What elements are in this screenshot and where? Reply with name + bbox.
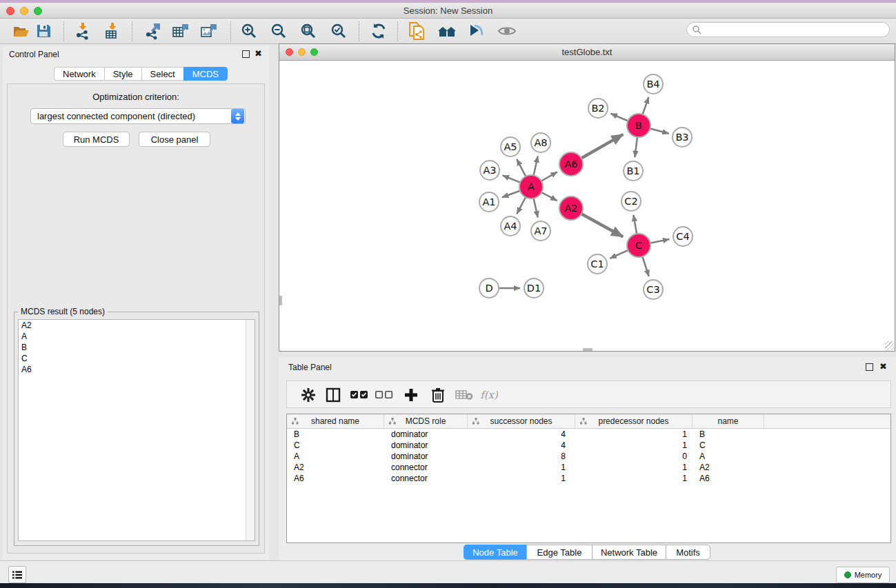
save-session-icon[interactable] — [34, 21, 53, 41]
graph-node-C2[interactable]: C2 — [621, 192, 641, 211]
table-cell[interactable]: C — [693, 440, 764, 451]
zoom-in-icon[interactable] — [239, 21, 259, 41]
graph-node-A1[interactable]: A1 — [479, 192, 499, 212]
zoom-out-icon[interactable] — [269, 21, 288, 41]
table-cell[interactable]: B — [693, 429, 764, 440]
graph-node-D[interactable]: D — [479, 278, 499, 298]
close-panel-button[interactable]: Close panel — [139, 132, 210, 147]
table-row[interactable]: A2connector11A2 — [287, 462, 890, 473]
table-cell[interactable]: 1 — [575, 440, 693, 451]
table-cell[interactable]: C — [287, 440, 384, 451]
graph-node-A3[interactable]: A3 — [480, 161, 499, 180]
graph-node-D1[interactable]: D1 — [524, 278, 544, 298]
column-header-shared-name[interactable]: shared name — [287, 414, 384, 428]
tab-network-table[interactable]: Network Table — [592, 545, 666, 560]
result-item[interactable]: B — [19, 342, 255, 353]
search-input[interactable] — [701, 23, 889, 36]
graph-node-B2[interactable]: B2 — [588, 99, 608, 118]
import-table-icon[interactable] — [103, 21, 122, 41]
tab-network[interactable]: Network — [54, 67, 104, 81]
graph-node-A7[interactable]: A7 — [531, 221, 550, 241]
select-all-icon[interactable] — [350, 385, 369, 405]
run-mcds-button[interactable]: Run MCDS — [63, 132, 130, 147]
tab-edge-table[interactable]: Edge Table — [526, 545, 592, 560]
delete-table-icon[interactable] — [455, 385, 474, 405]
table-cell[interactable]: A — [287, 451, 384, 462]
close-panel-icon[interactable]: ✖ — [255, 48, 262, 59]
result-item[interactable]: A2 — [19, 320, 255, 331]
search-box[interactable] — [686, 22, 890, 37]
open-session-icon[interactable] — [12, 21, 31, 41]
graph-node-C1[interactable]: C1 — [588, 254, 607, 274]
graph-node-B4[interactable]: B4 — [644, 74, 663, 94]
result-item[interactable]: A6 — [19, 364, 255, 375]
tab-style[interactable]: Style — [104, 67, 141, 81]
graph-node-A8[interactable]: A8 — [531, 133, 550, 152]
home-icon[interactable] — [437, 21, 457, 41]
table-cell[interactable]: 0 — [575, 451, 693, 462]
table-cell[interactable]: A — [693, 451, 764, 462]
table-cell[interactable]: 1 — [468, 462, 575, 473]
table-cell[interactable]: dominator — [384, 451, 468, 462]
float-panel-icon[interactable] — [242, 50, 250, 58]
tab-mcds[interactable]: MCDS — [183, 67, 228, 81]
column-header-name[interactable]: name — [693, 414, 764, 428]
hide-graphics-details-icon[interactable] — [467, 21, 486, 41]
result-item[interactable]: C — [19, 353, 255, 364]
graph-node-C4[interactable]: C4 — [673, 227, 693, 246]
table-cell[interactable]: B — [287, 429, 384, 440]
tab-motifs[interactable]: Motifs — [666, 545, 710, 560]
task-history-button[interactable] — [8, 566, 26, 583]
column-header-predecessor-nodes[interactable]: predecessor nodes — [575, 414, 693, 428]
table-cell[interactable]: A2 — [693, 462, 764, 473]
import-network-icon[interactable] — [73, 21, 92, 41]
table-cell[interactable]: 4 — [468, 429, 575, 440]
delete-column-icon[interactable] — [428, 385, 448, 405]
table-cell[interactable]: dominator — [384, 440, 468, 451]
tab-select[interactable]: Select — [141, 67, 183, 81]
export-table-icon[interactable] — [171, 21, 190, 41]
vertical-scroll-indicator[interactable] — [279, 296, 282, 305]
tab-node-table[interactable]: Node Table — [464, 545, 526, 560]
table-cell[interactable]: 1 — [575, 429, 693, 440]
column-header-successor-nodes[interactable]: successor nodes — [468, 414, 575, 428]
graph-node-C[interactable]: C — [627, 234, 650, 257]
function-builder-icon[interactable]: f(x) — [479, 385, 498, 405]
table-cell[interactable]: dominator — [384, 429, 468, 440]
add-column-icon[interactable] — [401, 385, 421, 405]
criterion-dropdown[interactable]: largest connected component (directed) — [30, 108, 246, 124]
graph-node-A[interactable]: A — [519, 175, 543, 199]
export-image-icon[interactable] — [199, 21, 219, 41]
table-cell[interactable]: A6 — [693, 473, 764, 484]
graph-node-A6[interactable]: A6 — [559, 152, 583, 176]
zoom-fit-content-icon[interactable] — [299, 21, 318, 41]
table-row[interactable]: A6connector11A6 — [287, 473, 890, 484]
table-row[interactable]: Adominator80A — [287, 451, 890, 462]
table-cell[interactable]: 4 — [468, 440, 575, 451]
table-row[interactable]: Cdominator41C — [287, 440, 890, 451]
result-scrollbar[interactable] — [246, 320, 255, 540]
graph-node-B3[interactable]: B3 — [673, 128, 692, 147]
table-row[interactable]: Bdominator41B — [287, 429, 890, 440]
table-settings-icon[interactable] — [299, 385, 318, 405]
graph-node-C3[interactable]: C3 — [644, 280, 663, 299]
horizontal-scroll-indicator[interactable] — [583, 348, 593, 351]
column-header-MCDS-role[interactable]: MCDS role — [384, 414, 468, 428]
refresh-view-icon[interactable] — [369, 21, 388, 41]
deselect-all-icon[interactable] — [375, 385, 394, 405]
network-canvas[interactable]: B4B2BB3A8A5A6A3B1AC2A1A2A4A7C4CC1C3DD1 — [279, 61, 895, 351]
table-cell[interactable]: 1 — [468, 473, 575, 484]
result-item[interactable]: A — [19, 331, 255, 342]
resize-grip[interactable] — [885, 341, 894, 350]
zoom-selected-region-icon[interactable] — [329, 21, 348, 41]
table-cell[interactable]: 1 — [575, 473, 693, 484]
graph-node-A5[interactable]: A5 — [501, 137, 520, 156]
mcds-result-list[interactable]: A2ABCA6 — [18, 319, 255, 541]
table-cell[interactable]: 8 — [468, 451, 575, 462]
export-network-icon[interactable] — [143, 21, 163, 41]
table-cell[interactable]: A2 — [287, 462, 384, 473]
table-cell[interactable]: 1 — [575, 462, 693, 473]
network-window-titlebar[interactable]: testGlobe.txt — [279, 44, 895, 61]
graph-node-B1[interactable]: B1 — [624, 161, 643, 181]
graph-node-A4[interactable]: A4 — [501, 216, 520, 236]
